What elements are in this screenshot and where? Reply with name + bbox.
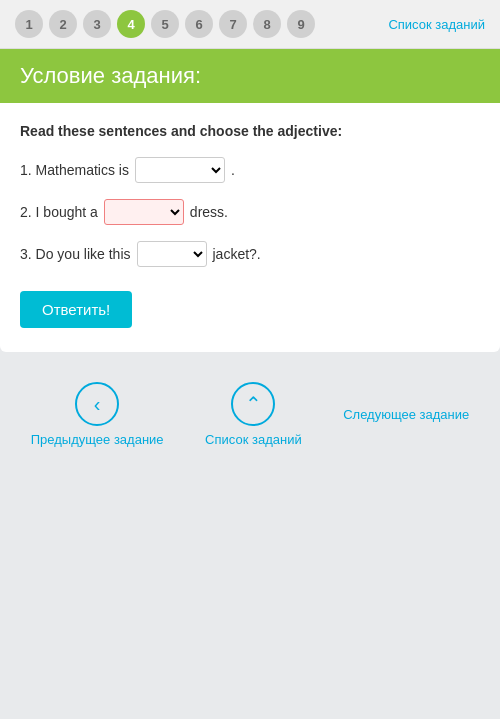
- nav-num-9[interactable]: 9: [287, 10, 315, 38]
- nav-list-link[interactable]: Список заданий: [388, 17, 485, 32]
- sentence-2-select[interactable]: red blue beautiful old: [104, 199, 184, 225]
- sentence-2-suffix: dress.: [190, 204, 228, 220]
- card-title: Условие задания:: [20, 63, 480, 89]
- instructions-text: Read these sentences and choose the adje…: [20, 123, 480, 139]
- sentence-1-suffix: .: [231, 162, 235, 178]
- prev-label: Предыдущее задание: [31, 432, 164, 447]
- nav-num-3[interactable]: 3: [83, 10, 111, 38]
- card-body: Read these sentences and choose the adje…: [0, 103, 500, 352]
- nav-num-1[interactable]: 1: [15, 10, 43, 38]
- prev-icon: ‹: [75, 382, 119, 426]
- list-label: Список заданий: [205, 432, 302, 447]
- sentence-row-2: 2. I bought a red blue beautiful old dre…: [20, 199, 480, 225]
- next-task-button[interactable]: Следующее задание: [343, 407, 469, 422]
- bottom-navigation: ‹ Предыдущее задание ⌃ Список заданий Сл…: [0, 352, 500, 467]
- card-header: Условие задания:: [0, 49, 500, 103]
- nav-num-2[interactable]: 2: [49, 10, 77, 38]
- prev-task-button[interactable]: ‹ Предыдущее задание: [31, 382, 164, 447]
- sentence-row-1: 1. Mathematics is easy hard interesting …: [20, 157, 480, 183]
- top-navigation: 1 2 3 4 5 6 7 8 9 Список заданий: [0, 0, 500, 49]
- sentence-3-select[interactable]: new warm leather nice: [137, 241, 207, 267]
- sentence-row-3: 3. Do you like this new warm leather nic…: [20, 241, 480, 267]
- answer-button[interactable]: Ответить!: [20, 291, 132, 328]
- nav-num-4[interactable]: 4: [117, 10, 145, 38]
- nav-num-8[interactable]: 8: [253, 10, 281, 38]
- next-label: Следующее задание: [343, 407, 469, 422]
- nav-num-7[interactable]: 7: [219, 10, 247, 38]
- sentence-3-suffix: jacket?.: [213, 246, 261, 262]
- nav-num-6[interactable]: 6: [185, 10, 213, 38]
- list-task-button[interactable]: ⌃ Список заданий: [205, 382, 302, 447]
- sentence-1-prefix: 1. Mathematics is: [20, 162, 129, 178]
- list-icon: ⌃: [231, 382, 275, 426]
- task-card: Условие задания: Read these sentences an…: [0, 49, 500, 352]
- sentence-2-prefix: 2. I bought a: [20, 204, 98, 220]
- sentence-1-select[interactable]: easy hard interesting difficult: [135, 157, 225, 183]
- sentence-3-prefix: 3. Do you like this: [20, 246, 131, 262]
- nav-num-5[interactable]: 5: [151, 10, 179, 38]
